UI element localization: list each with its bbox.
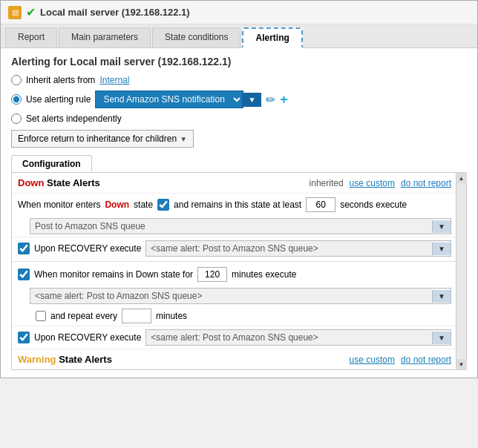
repeat-minutes-label: minutes (156, 311, 187, 321)
warning-use-custom-link[interactable]: use custom (350, 355, 395, 365)
set-alerts-label: Set alerts independently (26, 113, 122, 124)
inherited-label: inherited (310, 178, 344, 188)
recovery-row-2: Upon RECOVERY execute <same alert: Post … (12, 326, 466, 349)
main-window: ▤ ✔ Local mail server (192.168.122.1) Re… (0, 0, 478, 378)
down-remains-checkbox[interactable] (18, 269, 30, 280)
recovery2-dropdown-text: <same alert: Post to Amazon SNS queue> (146, 330, 432, 345)
warning-section-actions: use custom do not report (350, 355, 451, 365)
dropdown1-row: Post to Amazon SNS queue ▼ (12, 216, 466, 237)
seconds-execute-label: seconds execute (340, 200, 407, 210)
down-seconds-input[interactable] (306, 197, 335, 212)
rule-select[interactable]: Send Amazon SNS notification (95, 90, 243, 108)
and-repeat-label: and repeat every (50, 311, 117, 321)
recovery1-dropdown: <same alert: Post to Amazon SNS queue> ▼ (145, 240, 451, 257)
dropdown2-arrow[interactable]: ▼ (432, 290, 451, 303)
use-alerting-row: Use alerting rule Send Amazon SNS notifi… (11, 90, 467, 108)
set-independent-radio[interactable] (11, 113, 22, 124)
state-label: state (134, 200, 153, 210)
title-bar: ▤ ✔ Local mail server (192.168.122.1) (1, 1, 477, 24)
rule-dropdown-container: Send Amazon SNS notification ▼ (95, 90, 261, 108)
window-title: Local mail server (192.168.122.1) (40, 7, 190, 18)
config-tab-bar: Configuration (11, 155, 467, 173)
recovery1-label: Upon RECOVERY execute (34, 243, 141, 254)
warning-state-alerts-label: State Alerts (59, 354, 112, 365)
content-area: Alerting for Local mail server (192.168.… (1, 48, 477, 378)
down-minutes-input[interactable] (197, 267, 227, 282)
scroll-up-arrow[interactable]: ▲ (456, 173, 467, 183)
use-alerting-label: Use alerting rule (26, 94, 91, 105)
tab-state-conditions[interactable]: State conditions (152, 27, 240, 47)
scrollbar[interactable]: ▲ ▼ (456, 173, 466, 369)
recovery1-checkbox[interactable] (18, 243, 30, 254)
scroll-track (456, 183, 466, 359)
down-section-actions: inherited use custom do not report (310, 178, 451, 188)
tab-configuration[interactable]: Configuration (11, 155, 92, 172)
enforce-arrow-icon: ▼ (180, 135, 187, 143)
recovery2-dropdown: <same alert: Post to Amazon SNS queue> ▼ (145, 329, 451, 346)
minutes-execute-label: minutes execute (232, 269, 296, 280)
dropdown2-row: <same alert: Post to Amazon SNS queue> ▼ (12, 286, 466, 306)
dropdown1-arrow[interactable]: ▼ (432, 220, 451, 233)
down-state-row: When monitor enters Down state and remai… (12, 194, 466, 216)
repeat-checkbox[interactable] (36, 311, 46, 321)
edit-icon[interactable]: ✏ (266, 93, 275, 107)
warning-section-header: Warning State Alerts use custom do not r… (12, 349, 466, 369)
recovery2-label: Upon RECOVERY execute (34, 332, 141, 343)
down-section-header: Down State Alerts inherited use custom d… (12, 173, 466, 194)
inherit-link[interactable]: Internal (99, 75, 129, 85)
rule-dropdown-arrow[interactable]: ▼ (242, 93, 261, 107)
server-icon: ▤ (8, 6, 22, 19)
repeat-row: and repeat every minutes (12, 306, 466, 326)
warning-do-not-report-link[interactable]: do not report (401, 355, 451, 365)
warning-word: Warning (18, 354, 56, 365)
do-not-report-link[interactable]: do not report (401, 178, 451, 188)
inherit-alerts-label: Inherit alerts from (26, 75, 95, 85)
status-icon: ✔ (26, 5, 36, 19)
down-remains-row: When monitor remains in Down state for m… (12, 263, 466, 286)
down-section-title: Down State Alerts (18, 177, 100, 188)
repeat-minutes-input[interactable] (122, 309, 151, 323)
enforce-label: Enforce return to inheritance for childr… (18, 134, 177, 144)
scroll-down-arrow[interactable]: ▼ (456, 359, 467, 369)
page-title: Alerting for Local mail server (192.168.… (11, 56, 467, 67)
set-alerts-row: Set alerts independently (11, 113, 467, 124)
down-state-checkbox[interactable] (157, 199, 169, 211)
add-icon[interactable]: + (280, 92, 288, 108)
and-remains-label: and remains in this state at least (174, 200, 301, 210)
recovery-row-1: Upon RECOVERY execute <same alert: Post … (12, 237, 466, 260)
dropdown2-container: <same alert: Post to Amazon SNS queue> ▼ (30, 288, 451, 304)
dropdown1-text: Post to Amazon SNS queue (30, 219, 432, 234)
inherit-radio[interactable] (11, 75, 22, 85)
recovery1-dropdown-arrow[interactable]: ▼ (432, 243, 451, 255)
down-word: Down (18, 177, 44, 188)
inherit-alerts-row: Inherit alerts from Internal (11, 75, 467, 85)
dropdown1-container: Post to Amazon SNS queue ▼ (30, 218, 451, 234)
tabs-bar: Report Main parameters State conditions … (1, 24, 477, 48)
tab-main-parameters[interactable]: Main parameters (59, 27, 151, 47)
recovery2-checkbox[interactable] (18, 332, 30, 343)
down-remains-label: When monitor remains in Down state for (34, 269, 193, 280)
enforce-button[interactable]: Enforce return to inheritance for childr… (11, 130, 194, 148)
tab-alerting[interactable]: Alerting (242, 27, 302, 48)
tab-report[interactable]: Report (5, 27, 57, 47)
down-state-alerts-label: State Alerts (47, 177, 100, 188)
down-state-word: Down (105, 200, 129, 210)
main-panel: ▲ ▼ Down State Alerts inherited use cust… (11, 173, 467, 370)
use-rule-radio[interactable] (11, 94, 22, 105)
dropdown2-text: <same alert: Post to Amazon SNS queue> (30, 289, 432, 303)
when-monitor-enters-label: When monitor enters (18, 200, 100, 210)
recovery1-dropdown-text: <same alert: Post to Amazon SNS queue> (146, 241, 432, 256)
use-custom-link[interactable]: use custom (350, 178, 395, 188)
recovery2-dropdown-arrow[interactable]: ▼ (432, 332, 451, 344)
warning-section-title: Warning State Alerts (18, 354, 112, 365)
